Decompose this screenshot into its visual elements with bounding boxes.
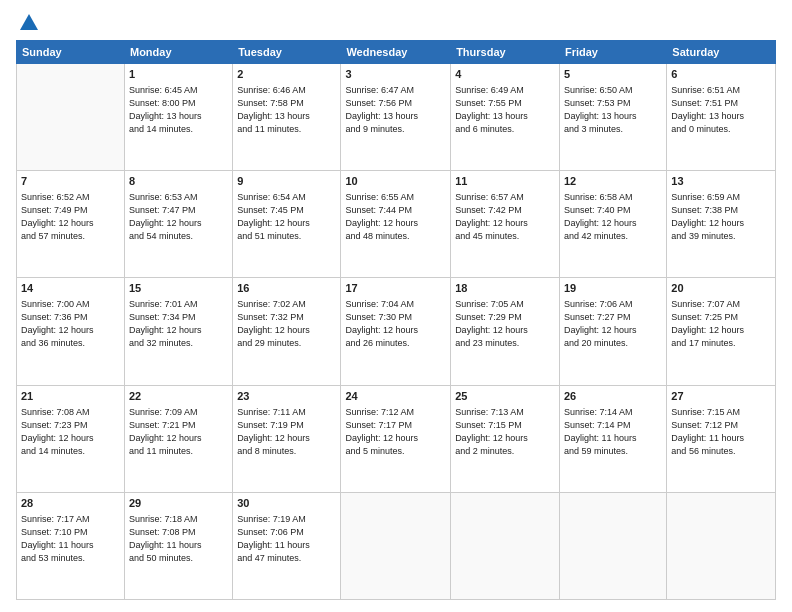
day-number: 2 bbox=[237, 67, 336, 83]
weekday-header-thursday: Thursday bbox=[451, 41, 560, 64]
header bbox=[16, 12, 776, 34]
day-content: Sunrise: 6:45 AM Sunset: 8:00 PM Dayligh… bbox=[129, 84, 228, 136]
calendar-cell: 24Sunrise: 7:12 AM Sunset: 7:17 PM Dayli… bbox=[341, 385, 451, 492]
weekday-header-saturday: Saturday bbox=[667, 41, 776, 64]
calendar-cell: 9Sunrise: 6:54 AM Sunset: 7:45 PM Daylig… bbox=[233, 171, 341, 278]
day-number: 24 bbox=[345, 389, 446, 405]
day-number: 10 bbox=[345, 174, 446, 190]
week-row-2: 14Sunrise: 7:00 AM Sunset: 7:36 PM Dayli… bbox=[17, 278, 776, 385]
logo bbox=[16, 12, 40, 34]
day-number: 3 bbox=[345, 67, 446, 83]
day-number: 11 bbox=[455, 174, 555, 190]
day-number: 19 bbox=[564, 281, 662, 297]
weekday-header-row: SundayMondayTuesdayWednesdayThursdayFrid… bbox=[17, 41, 776, 64]
calendar-cell: 1Sunrise: 6:45 AM Sunset: 8:00 PM Daylig… bbox=[124, 64, 232, 171]
calendar-cell bbox=[667, 492, 776, 599]
day-number: 22 bbox=[129, 389, 228, 405]
week-row-0: 1Sunrise: 6:45 AM Sunset: 8:00 PM Daylig… bbox=[17, 64, 776, 171]
calendar-cell bbox=[559, 492, 666, 599]
day-content: Sunrise: 7:11 AM Sunset: 7:19 PM Dayligh… bbox=[237, 406, 336, 458]
day-content: Sunrise: 7:07 AM Sunset: 7:25 PM Dayligh… bbox=[671, 298, 771, 350]
day-content: Sunrise: 7:05 AM Sunset: 7:29 PM Dayligh… bbox=[455, 298, 555, 350]
calendar-cell: 5Sunrise: 6:50 AM Sunset: 7:53 PM Daylig… bbox=[559, 64, 666, 171]
calendar-cell: 22Sunrise: 7:09 AM Sunset: 7:21 PM Dayli… bbox=[124, 385, 232, 492]
calendar-cell: 20Sunrise: 7:07 AM Sunset: 7:25 PM Dayli… bbox=[667, 278, 776, 385]
calendar-cell: 28Sunrise: 7:17 AM Sunset: 7:10 PM Dayli… bbox=[17, 492, 125, 599]
svg-marker-0 bbox=[20, 14, 38, 30]
day-number: 27 bbox=[671, 389, 771, 405]
week-row-1: 7Sunrise: 6:52 AM Sunset: 7:49 PM Daylig… bbox=[17, 171, 776, 278]
calendar-cell: 27Sunrise: 7:15 AM Sunset: 7:12 PM Dayli… bbox=[667, 385, 776, 492]
day-content: Sunrise: 6:58 AM Sunset: 7:40 PM Dayligh… bbox=[564, 191, 662, 243]
calendar-cell: 17Sunrise: 7:04 AM Sunset: 7:30 PM Dayli… bbox=[341, 278, 451, 385]
day-number: 18 bbox=[455, 281, 555, 297]
day-number: 15 bbox=[129, 281, 228, 297]
calendar-cell: 19Sunrise: 7:06 AM Sunset: 7:27 PM Dayli… bbox=[559, 278, 666, 385]
day-number: 1 bbox=[129, 67, 228, 83]
day-number: 16 bbox=[237, 281, 336, 297]
day-number: 23 bbox=[237, 389, 336, 405]
calendar-cell: 3Sunrise: 6:47 AM Sunset: 7:56 PM Daylig… bbox=[341, 64, 451, 171]
day-number: 25 bbox=[455, 389, 555, 405]
day-number: 13 bbox=[671, 174, 771, 190]
calendar-cell bbox=[17, 64, 125, 171]
calendar-cell: 29Sunrise: 7:18 AM Sunset: 7:08 PM Dayli… bbox=[124, 492, 232, 599]
week-row-3: 21Sunrise: 7:08 AM Sunset: 7:23 PM Dayli… bbox=[17, 385, 776, 492]
calendar-cell: 16Sunrise: 7:02 AM Sunset: 7:32 PM Dayli… bbox=[233, 278, 341, 385]
day-content: Sunrise: 7:06 AM Sunset: 7:27 PM Dayligh… bbox=[564, 298, 662, 350]
logo-icon bbox=[18, 12, 40, 34]
calendar-cell: 10Sunrise: 6:55 AM Sunset: 7:44 PM Dayli… bbox=[341, 171, 451, 278]
calendar-cell: 21Sunrise: 7:08 AM Sunset: 7:23 PM Dayli… bbox=[17, 385, 125, 492]
day-content: Sunrise: 6:59 AM Sunset: 7:38 PM Dayligh… bbox=[671, 191, 771, 243]
day-content: Sunrise: 6:52 AM Sunset: 7:49 PM Dayligh… bbox=[21, 191, 120, 243]
day-number: 7 bbox=[21, 174, 120, 190]
calendar-cell: 4Sunrise: 6:49 AM Sunset: 7:55 PM Daylig… bbox=[451, 64, 560, 171]
day-content: Sunrise: 7:04 AM Sunset: 7:30 PM Dayligh… bbox=[345, 298, 446, 350]
day-content: Sunrise: 6:55 AM Sunset: 7:44 PM Dayligh… bbox=[345, 191, 446, 243]
weekday-header-monday: Monday bbox=[124, 41, 232, 64]
weekday-header-tuesday: Tuesday bbox=[233, 41, 341, 64]
weekday-header-sunday: Sunday bbox=[17, 41, 125, 64]
day-number: 20 bbox=[671, 281, 771, 297]
calendar-cell: 14Sunrise: 7:00 AM Sunset: 7:36 PM Dayli… bbox=[17, 278, 125, 385]
calendar-cell: 2Sunrise: 6:46 AM Sunset: 7:58 PM Daylig… bbox=[233, 64, 341, 171]
day-content: Sunrise: 6:51 AM Sunset: 7:51 PM Dayligh… bbox=[671, 84, 771, 136]
day-content: Sunrise: 7:14 AM Sunset: 7:14 PM Dayligh… bbox=[564, 406, 662, 458]
day-content: Sunrise: 7:18 AM Sunset: 7:08 PM Dayligh… bbox=[129, 513, 228, 565]
calendar-cell: 25Sunrise: 7:13 AM Sunset: 7:15 PM Dayli… bbox=[451, 385, 560, 492]
day-content: Sunrise: 6:50 AM Sunset: 7:53 PM Dayligh… bbox=[564, 84, 662, 136]
calendar-cell: 8Sunrise: 6:53 AM Sunset: 7:47 PM Daylig… bbox=[124, 171, 232, 278]
day-content: Sunrise: 7:12 AM Sunset: 7:17 PM Dayligh… bbox=[345, 406, 446, 458]
day-content: Sunrise: 7:19 AM Sunset: 7:06 PM Dayligh… bbox=[237, 513, 336, 565]
calendar-cell: 6Sunrise: 6:51 AM Sunset: 7:51 PM Daylig… bbox=[667, 64, 776, 171]
day-content: Sunrise: 6:57 AM Sunset: 7:42 PM Dayligh… bbox=[455, 191, 555, 243]
day-number: 6 bbox=[671, 67, 771, 83]
day-number: 9 bbox=[237, 174, 336, 190]
day-number: 14 bbox=[21, 281, 120, 297]
calendar-cell: 11Sunrise: 6:57 AM Sunset: 7:42 PM Dayli… bbox=[451, 171, 560, 278]
day-content: Sunrise: 7:01 AM Sunset: 7:34 PM Dayligh… bbox=[129, 298, 228, 350]
day-number: 29 bbox=[129, 496, 228, 512]
day-content: Sunrise: 7:08 AM Sunset: 7:23 PM Dayligh… bbox=[21, 406, 120, 458]
calendar-cell: 23Sunrise: 7:11 AM Sunset: 7:19 PM Dayli… bbox=[233, 385, 341, 492]
day-content: Sunrise: 7:15 AM Sunset: 7:12 PM Dayligh… bbox=[671, 406, 771, 458]
day-content: Sunrise: 7:13 AM Sunset: 7:15 PM Dayligh… bbox=[455, 406, 555, 458]
calendar-cell: 18Sunrise: 7:05 AM Sunset: 7:29 PM Dayli… bbox=[451, 278, 560, 385]
day-content: Sunrise: 6:46 AM Sunset: 7:58 PM Dayligh… bbox=[237, 84, 336, 136]
calendar-page: SundayMondayTuesdayWednesdayThursdayFrid… bbox=[0, 0, 792, 612]
calendar-cell bbox=[341, 492, 451, 599]
day-number: 30 bbox=[237, 496, 336, 512]
day-content: Sunrise: 7:00 AM Sunset: 7:36 PM Dayligh… bbox=[21, 298, 120, 350]
calendar-cell bbox=[451, 492, 560, 599]
day-number: 4 bbox=[455, 67, 555, 83]
calendar-table: SundayMondayTuesdayWednesdayThursdayFrid… bbox=[16, 40, 776, 600]
day-number: 8 bbox=[129, 174, 228, 190]
day-content: Sunrise: 7:09 AM Sunset: 7:21 PM Dayligh… bbox=[129, 406, 228, 458]
day-number: 26 bbox=[564, 389, 662, 405]
day-content: Sunrise: 6:53 AM Sunset: 7:47 PM Dayligh… bbox=[129, 191, 228, 243]
calendar-cell: 30Sunrise: 7:19 AM Sunset: 7:06 PM Dayli… bbox=[233, 492, 341, 599]
calendar-cell: 12Sunrise: 6:58 AM Sunset: 7:40 PM Dayli… bbox=[559, 171, 666, 278]
calendar-cell: 13Sunrise: 6:59 AM Sunset: 7:38 PM Dayli… bbox=[667, 171, 776, 278]
day-content: Sunrise: 7:02 AM Sunset: 7:32 PM Dayligh… bbox=[237, 298, 336, 350]
calendar-cell: 7Sunrise: 6:52 AM Sunset: 7:49 PM Daylig… bbox=[17, 171, 125, 278]
